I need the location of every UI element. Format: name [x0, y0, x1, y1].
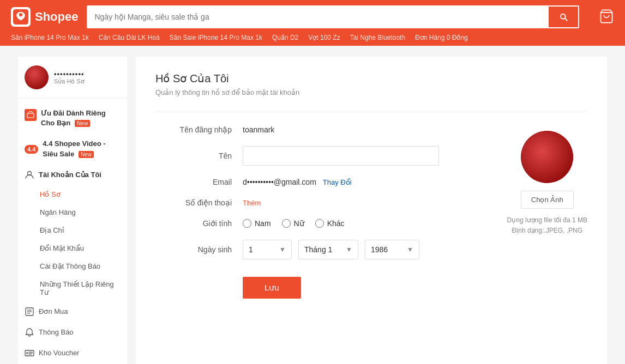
radio-nam[interactable] [243, 219, 251, 228]
dob-row: 1 ▼ Tháng 1 ▼ 1986 ▼ [243, 240, 419, 259]
sale-label: 4.4 Shopee Video - Siêu Sale [43, 139, 105, 157]
sale-new-badge: New [79, 151, 94, 158]
nav-link-2[interactable]: Căn Câu Dài LK Hoà [99, 34, 160, 41]
chevron-day: ▼ [279, 246, 286, 253]
form-divider [155, 112, 587, 112]
sidebar-item-ngan-hang[interactable]: Ngân Hàng [18, 203, 127, 221]
label-phone: Số điện thoại [155, 198, 243, 207]
gender-khac[interactable]: Khác [315, 219, 345, 228]
form-row-ten: Tên [155, 146, 474, 166]
save-row: Lưu [155, 271, 474, 299]
promo-label: Ưu Đãi Dành Riêng Cho Bạn [41, 109, 106, 127]
sidebar-username: •••••••••• [54, 70, 121, 78]
header: Shopee Săn iPhone 14 Pro Max 1k Căn Câu … [0, 0, 625, 46]
sidebar-item-doi-mat-khau[interactable]: Đổi Mật Khẩu [18, 239, 127, 257]
header-top: Shopee [0, 0, 625, 34]
logo-icon [11, 7, 31, 27]
main-container: •••••••••• Sửa Hồ Sơ Ưu Đãi Dành Riêng C… [13, 57, 612, 364]
kho-voucher-label: Kho Voucher [39, 349, 79, 357]
gender-group: Nam Nữ Khác [243, 219, 345, 228]
sidebar: •••••••••• Sửa Hồ Sơ Ưu Đãi Dành Riêng C… [18, 57, 127, 364]
sidebar-item-promo[interactable]: Ưu Đãi Dành Riêng Cho Bạn New [18, 103, 127, 134]
thong-bao-label: Thông Báo [39, 328, 74, 336]
dob-day-select[interactable]: 1 ▼ [243, 240, 292, 259]
label-birthday: Ngày sinh [155, 245, 243, 254]
label-gender: Giới tính [155, 219, 243, 228]
label-email: Email [155, 178, 243, 186]
dob-year-select[interactable]: 1986 ▼ [365, 240, 419, 259]
form-row-gender: Giới tính Nam Nữ Khác [155, 219, 474, 228]
sidebar-item-don-mua[interactable]: Đơn Mua [18, 301, 127, 322]
avatar-section: Chọn Ảnh Dụng lượng file tối đa 1 MB Địn… [474, 125, 587, 299]
nav-link-4[interactable]: Quần D2 [272, 34, 298, 41]
nav-link-5[interactable]: Vợt 100 Zz [308, 34, 340, 41]
gender-nam[interactable]: Nam [243, 219, 271, 228]
nav-link-6[interactable]: Tai Nghe Bluetooth [350, 34, 405, 41]
promo-icon [25, 109, 37, 121]
save-button[interactable]: Lưu [243, 277, 301, 299]
orders-icon [25, 307, 34, 317]
sidebar-menu: Ưu Đãi Dành Riêng Cho Bạn New 4.4 4.4 Sh… [18, 99, 127, 364]
choose-image-button[interactable]: Chọn Ảnh [521, 191, 574, 209]
avatar [25, 65, 49, 89]
svg-rect-3 [27, 113, 34, 118]
profile-avatar [521, 131, 573, 183]
search-button[interactable] [548, 5, 579, 28]
logo-text: Shopee [35, 10, 78, 24]
logo[interactable]: Shopee [11, 7, 78, 27]
user-icon [25, 170, 34, 180]
cart-icon[interactable] [599, 9, 614, 26]
profile-form: Tên đăng nhập toanmark Tên Email d••••••… [155, 125, 474, 299]
nav-link-7[interactable]: Đơn Hàng 0 Đồng [415, 34, 468, 41]
form-row-email: Email d••••••••••@gmail.com Thay Đổi [155, 178, 474, 186]
sidebar-item-sale[interactable]: 4.4 4.4 Shopee Video - Siêu Sale New [18, 134, 127, 164]
sidebar-edit-profile[interactable]: Sửa Hồ Sơ [54, 78, 121, 85]
chevron-month: ▼ [346, 246, 352, 253]
profile-content: Hồ Sơ Của Tôi Quản lý thông tin hồ sơ để… [136, 57, 607, 364]
email-masked: d••••••••••@gmail.com [243, 178, 316, 186]
svg-point-1 [19, 13, 22, 16]
sidebar-item-ho-so[interactable]: Hồ Sơ [18, 185, 127, 203]
svg-point-10 [27, 352, 28, 354]
dob-month-select[interactable]: Tháng 1 ▼ [298, 240, 358, 259]
page-title: Hồ Sơ Của Tôi [155, 72, 587, 85]
label-username: Tên đăng nhập [155, 125, 243, 134]
chevron-year: ▼ [407, 246, 413, 253]
avatar-hint: Dụng lượng file tối đa 1 MB Định dạng:.J… [507, 215, 587, 236]
content-inner: Tên đăng nhập toanmark Tên Email d••••••… [155, 125, 587, 299]
radio-khac[interactable] [315, 219, 324, 228]
nav-link-1[interactable]: Săn iPhone 14 Pro Max 1k [11, 34, 89, 41]
search-bar [87, 5, 579, 28]
sidebar-account-section: Tài Khoản Của Tôi [18, 165, 127, 185]
search-input[interactable] [87, 7, 548, 27]
sidebar-user: •••••••••• Sửa Hồ Sơ [18, 57, 127, 99]
sale-badge-number: 4.4 [25, 145, 38, 154]
email-change-link[interactable]: Thay Đổi [323, 178, 352, 186]
nav-link-3[interactable]: Săn Sale iPhone 14 Pro Max 1k [170, 34, 262, 41]
sidebar-item-kho-voucher[interactable]: Kho Voucher [18, 343, 127, 363]
form-row-phone: Số điện thoại Thêm [155, 198, 474, 207]
sidebar-item-dia-chi[interactable]: Địa Chỉ [18, 221, 127, 239]
notification-icon [25, 327, 34, 337]
sidebar-item-thong-bao[interactable]: Thông Báo [18, 322, 127, 343]
radio-nu[interactable] [282, 219, 291, 228]
search-icon [558, 12, 568, 22]
tai-khoan-label: Tài Khoản Của Tôi [39, 171, 101, 179]
form-row-birthday: Ngày sinh 1 ▼ Tháng 1 ▼ 1986 ▼ [155, 240, 474, 259]
sidebar-item-cai-dat-tb[interactable]: Cài Đặt Thông Báo [18, 257, 127, 275]
label-ten: Tên [155, 151, 243, 160]
username-value: toanmark [243, 125, 274, 134]
promo-badge: New [75, 120, 90, 127]
voucher-icon [25, 348, 34, 358]
page-subtitle: Quản lý thông tin hồ sơ để bảo mật tài k… [155, 88, 587, 96]
phone-add-link[interactable]: Thêm [243, 199, 261, 207]
sidebar-item-nhung-thiet-lap[interactable]: Những Thiết Lập Riêng Tư [18, 275, 127, 301]
gender-nu[interactable]: Nữ [282, 219, 304, 228]
header-nav: Săn iPhone 14 Pro Max 1k Căn Câu Dài LK … [0, 34, 625, 46]
ten-input[interactable] [243, 146, 439, 166]
don-mua-label: Đơn Mua [39, 307, 68, 316]
form-row-username: Tên đăng nhập toanmark [155, 125, 474, 134]
